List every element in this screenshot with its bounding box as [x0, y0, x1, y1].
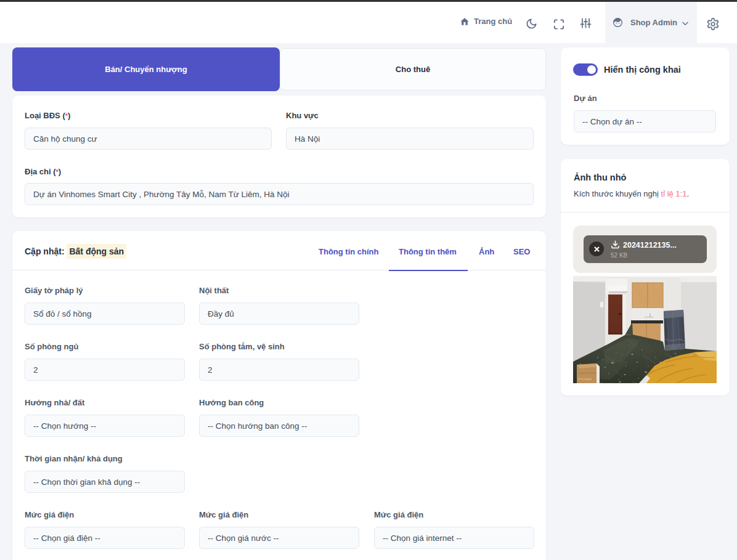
svg-text:timnhadat: timnhadat — [578, 377, 592, 381]
